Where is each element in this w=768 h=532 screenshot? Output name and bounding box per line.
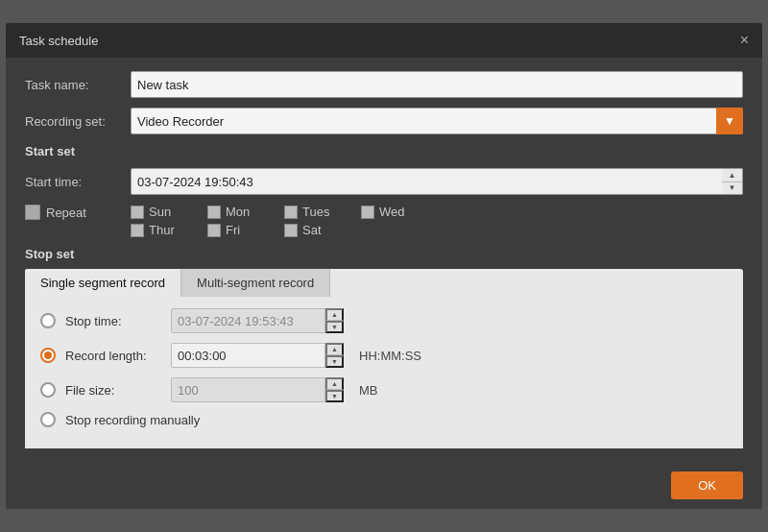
file-size-down-button[interactable]: ▼ bbox=[325, 390, 344, 403]
start-time-down-button[interactable]: ▼ bbox=[722, 182, 742, 195]
day-wed: Wed bbox=[361, 205, 419, 219]
dialog-footer: OK bbox=[6, 462, 762, 509]
stop-time-radio[interactable] bbox=[40, 313, 56, 328]
day-sat: Sat bbox=[284, 223, 342, 237]
file-size-label: File size: bbox=[65, 383, 161, 398]
recording-set-row: Recording set: Video Recorder ▼ bbox=[25, 108, 743, 134]
tues-label: Tues bbox=[302, 205, 329, 219]
stop-time-input-wrapper: ▲ ▼ bbox=[171, 308, 344, 333]
dialog-body: Task name: Recording set: Video Recorder… bbox=[6, 58, 762, 462]
mon-checkbox[interactable] bbox=[207, 206, 221, 219]
start-time-input[interactable] bbox=[131, 168, 743, 195]
ok-button[interactable]: OK bbox=[671, 472, 743, 499]
repeat-left: Repeat bbox=[25, 205, 131, 220]
start-time-label: Start time: bbox=[25, 175, 131, 189]
file-size-spinner: ▲ ▼ bbox=[324, 377, 344, 402]
day-fri: Fri bbox=[207, 223, 265, 237]
start-time-wrapper: ▲ ▼ bbox=[131, 168, 743, 195]
days-row-1: Sun Mon Tues Wed bbox=[131, 205, 419, 219]
start-time-up-button[interactable]: ▲ bbox=[722, 169, 742, 182]
record-length-spinner: ▲ ▼ bbox=[324, 343, 344, 368]
repeat-checkbox[interactable] bbox=[25, 205, 40, 220]
repeat-section: Repeat Sun Mon Tues bbox=[25, 205, 743, 237]
day-sun: Sun bbox=[131, 205, 188, 219]
sat-label: Sat bbox=[302, 223, 322, 237]
stop-time-spinner: ▲ ▼ bbox=[324, 308, 344, 333]
file-size-radio[interactable] bbox=[40, 382, 56, 398]
record-length-input-wrapper: ▲ ▼ bbox=[171, 343, 344, 368]
start-set-title: Start set bbox=[25, 144, 743, 158]
recording-set-label: Recording set: bbox=[25, 114, 131, 129]
record-length-down-button[interactable]: ▼ bbox=[325, 355, 344, 369]
file-size-up-button[interactable]: ▲ bbox=[325, 377, 344, 390]
task-name-row: Task name: bbox=[25, 71, 743, 98]
recording-set-select[interactable]: Video Recorder bbox=[131, 108, 743, 134]
stop-set-title: Stop set bbox=[25, 247, 743, 261]
record-length-up-button[interactable]: ▲ bbox=[325, 343, 344, 355]
task-schedule-dialog: Task schedule × Task name: Recording set… bbox=[5, 22, 763, 510]
task-name-input[interactable] bbox=[131, 71, 743, 98]
record-length-row: Record length: ▲ ▼ HH:MM:SS bbox=[40, 343, 728, 368]
record-length-unit: HH:MM:SS bbox=[359, 349, 421, 363]
fri-label: Fri bbox=[226, 223, 240, 237]
task-name-label: Task name: bbox=[25, 78, 131, 92]
start-time-spinner: ▲ ▼ bbox=[722, 168, 743, 195]
dialog-title: Task schedule bbox=[19, 34, 98, 48]
tab-multi-segment[interactable]: Multi-segment record bbox=[181, 269, 330, 297]
stop-manually-row: Stop recording manually bbox=[40, 412, 728, 427]
stop-tabs-area: Single segment record Multi-segment reco… bbox=[25, 269, 743, 448]
sun-label: Sun bbox=[149, 205, 171, 219]
stop-manually-label: Stop recording manually bbox=[65, 413, 200, 427]
day-thur: Thur bbox=[131, 223, 188, 237]
stop-manually-radio[interactable] bbox=[40, 412, 56, 427]
stop-time-row: Stop time: ▲ ▼ bbox=[40, 308, 728, 333]
file-size-row: File size: ▲ ▼ MB bbox=[40, 377, 728, 402]
file-size-input-wrapper: ▲ ▼ bbox=[171, 377, 344, 402]
sat-checkbox[interactable] bbox=[284, 224, 298, 237]
fri-checkbox[interactable] bbox=[207, 224, 221, 237]
close-button[interactable]: × bbox=[740, 33, 749, 48]
tab-content: Stop time: ▲ ▼ Record length: bbox=[25, 297, 743, 448]
tab-single-segment[interactable]: Single segment record bbox=[25, 269, 181, 297]
repeat-label: Repeat bbox=[46, 206, 111, 220]
sun-checkbox[interactable] bbox=[131, 206, 144, 219]
thur-checkbox[interactable] bbox=[131, 224, 144, 237]
record-length-label: Record length: bbox=[65, 349, 161, 363]
thur-label: Thur bbox=[149, 223, 175, 237]
stop-time-up-button[interactable]: ▲ bbox=[325, 308, 344, 321]
wed-checkbox[interactable] bbox=[361, 206, 374, 219]
stop-time-down-button[interactable]: ▼ bbox=[325, 321, 344, 334]
file-size-input[interactable] bbox=[171, 377, 344, 402]
stop-time-label: Stop time: bbox=[65, 314, 161, 328]
tabs-header: Single segment record Multi-segment reco… bbox=[25, 269, 743, 297]
day-mon: Mon bbox=[207, 205, 265, 219]
recording-set-wrapper: Video Recorder ▼ bbox=[131, 108, 743, 134]
title-bar: Task schedule × bbox=[6, 23, 762, 58]
wed-label: Wed bbox=[379, 205, 405, 219]
days-row-2: Thur Fri Sat bbox=[131, 223, 419, 237]
tues-checkbox[interactable] bbox=[284, 206, 298, 219]
day-tues: Tues bbox=[284, 205, 342, 219]
mon-label: Mon bbox=[226, 205, 250, 219]
start-time-row: Start time: ▲ ▼ bbox=[25, 168, 743, 195]
record-length-radio[interactable] bbox=[40, 348, 56, 363]
days-grid: Sun Mon Tues Wed bbox=[131, 205, 419, 237]
stop-time-input[interactable] bbox=[171, 308, 344, 333]
record-length-input[interactable] bbox=[171, 343, 344, 368]
file-size-unit: MB bbox=[359, 383, 378, 398]
